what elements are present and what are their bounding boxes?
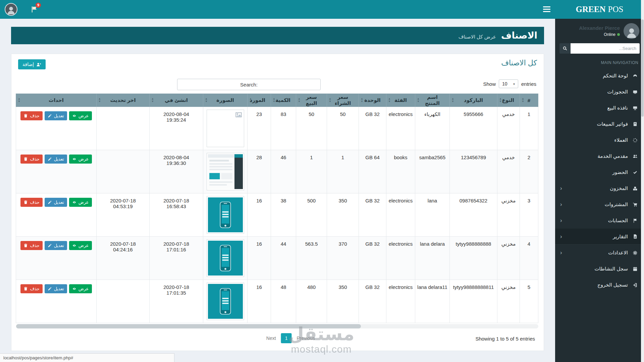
horizontal-scrollbar[interactable] (16, 324, 538, 328)
page-header: الاصناف عرض كل الاصناف (11, 27, 544, 44)
type-cell: خدمي (497, 107, 520, 150)
column-header-label: الباركود (464, 97, 483, 103)
delete-button[interactable]: حذف (20, 284, 42, 293)
sidebar-item-14[interactable]: تسجيل الخروج (555, 277, 644, 293)
chevron-left-icon (560, 233, 562, 240)
view-button[interactable]: عرض (69, 111, 92, 120)
column-header-label: الوحدة (364, 97, 381, 103)
view-button[interactable]: عرض (69, 155, 92, 164)
created-cell: 2020-07-1817:01:35 (150, 280, 203, 323)
show-label: Show (483, 81, 496, 87)
column-header-12[interactable]: انشئ في (150, 94, 203, 107)
sidebar-item-2[interactable]: الحجوزات (555, 84, 644, 100)
brand[interactable]: GREEN POS (555, 0, 644, 19)
column-header-14[interactable]: احداث (16, 94, 97, 107)
sidebar-item-1[interactable]: لوحة التحكم (555, 68, 644, 84)
sort-icon (522, 98, 524, 103)
trash-icon (23, 287, 28, 291)
sort-icon (329, 98, 331, 103)
delete-button[interactable]: حذف (20, 155, 42, 164)
caret-down-icon (513, 82, 515, 86)
sidebar-item-9[interactable]: المشتروات (555, 196, 644, 213)
sidebar-item-label: مقدمي الخدمة (597, 153, 628, 159)
pencil-icon (48, 114, 52, 118)
edit-button[interactable]: تعديل (45, 198, 67, 207)
column-header-11[interactable]: الصورة (203, 94, 248, 107)
add-item-button[interactable]: إضافة (18, 59, 46, 69)
delete-button[interactable]: حذف (20, 241, 42, 250)
column-header-2[interactable]: النوع (497, 94, 520, 107)
barcode-cell: tytyy98888888811 (450, 280, 497, 323)
sidebar-search-input[interactable] (571, 43, 640, 54)
updated-cell (97, 280, 150, 323)
previous-page-button[interactable]: Previous (292, 333, 319, 343)
sidebar-item-4[interactable]: فواتير المبيعات (555, 116, 644, 132)
user-avatar[interactable] (5, 3, 17, 16)
trash-icon (23, 200, 28, 204)
view-button[interactable]: عرض (69, 241, 92, 250)
edit-button[interactable]: تعديل (45, 284, 67, 293)
supplier-cell: 28 (248, 150, 271, 193)
num-cell: 3 (520, 193, 538, 237)
sidebar-toggle-button[interactable] (543, 6, 550, 12)
sidebar-item-12[interactable]: الاعدادات (555, 245, 644, 261)
sidebar-item-label: التقارير (613, 234, 628, 240)
horizontal-scrollbar-thumb[interactable] (16, 324, 361, 328)
eye-icon (72, 114, 76, 118)
item-image[interactable] (207, 239, 244, 277)
name-cell: lana (415, 193, 450, 237)
num-cell: 2 (520, 150, 538, 193)
notifications-button[interactable]: 9 (30, 6, 38, 14)
image-cell (203, 280, 248, 323)
sidebar-avatar[interactable] (624, 23, 639, 39)
edit-button[interactable]: تعديل (45, 111, 67, 120)
edit-button[interactable]: تعديل (45, 241, 67, 250)
column-header-10[interactable]: المورد (248, 94, 271, 107)
item-image[interactable] (207, 110, 244, 147)
pencil-icon (48, 287, 52, 291)
vertical-scrollbar[interactable] (641, 0, 644, 362)
user-info: Alexander Pierce Online (579, 25, 620, 37)
sidebar-item-10[interactable]: الحسابات (555, 213, 644, 229)
category-cell: electronics (386, 280, 415, 323)
name-cell: lana delara (415, 237, 450, 280)
type-cell: خدمي (497, 150, 520, 193)
delete-button[interactable]: حذف (20, 111, 42, 120)
sidebar-item-6[interactable]: مقدمي الخدمة (555, 148, 644, 164)
column-header-4[interactable]: اسم المنتج (415, 94, 450, 107)
sidebar-item-11[interactable]: التقارير (555, 229, 644, 245)
sort-icon (98, 98, 101, 103)
button-label: تعديل (54, 243, 64, 248)
item-image[interactable] (207, 153, 244, 190)
column-header-13[interactable]: اخر تحديث (97, 94, 150, 107)
page-number-button[interactable]: 1 (281, 333, 292, 343)
sidebar-item-7[interactable]: الحضور (555, 164, 644, 180)
delete-button[interactable]: حذف (20, 198, 42, 207)
item-image[interactable] (207, 283, 244, 320)
page-length-select[interactable]: 10 (499, 79, 518, 88)
next-page-button[interactable]: Next (262, 333, 280, 343)
edit-button[interactable]: تعديل (45, 155, 67, 164)
column-header-label: اخر تحديث (110, 97, 136, 103)
sidebar-search-button[interactable] (559, 43, 571, 54)
sidebar-item-13[interactable]: سجل النشاطات (555, 261, 644, 277)
vertical-scrollbar-thumb[interactable] (641, 19, 644, 117)
table-search-input[interactable] (177, 79, 321, 90)
view-button[interactable]: عرض (69, 198, 92, 207)
column-header-6[interactable]: الوحدة (359, 94, 386, 107)
sidebar-item-label: العملاء (614, 137, 628, 143)
column-header-9[interactable]: الكمية (271, 94, 296, 107)
column-header-3[interactable]: الباركود (450, 94, 497, 107)
sidebar-item-5[interactable]: العملاء (555, 132, 644, 148)
column-header-8[interactable]: سعر البيع (296, 94, 327, 107)
view-button[interactable]: عرض (69, 284, 92, 293)
item-image[interactable] (207, 196, 244, 234)
sidebar-item-3[interactable]: نافذه البيع (555, 100, 644, 116)
column-header-5[interactable]: الفئة (386, 94, 415, 107)
sidebar-item-8[interactable]: المخزون (555, 180, 644, 196)
column-header-7[interactable]: سعر الشراء (327, 94, 359, 107)
page-length-control: Show 10 entries (483, 79, 536, 88)
status-url: localhost/pos/pages/store/item.php# (0, 353, 174, 362)
barcode-cell: 5955666 (450, 107, 497, 150)
column-header-1[interactable]: # (520, 94, 538, 107)
